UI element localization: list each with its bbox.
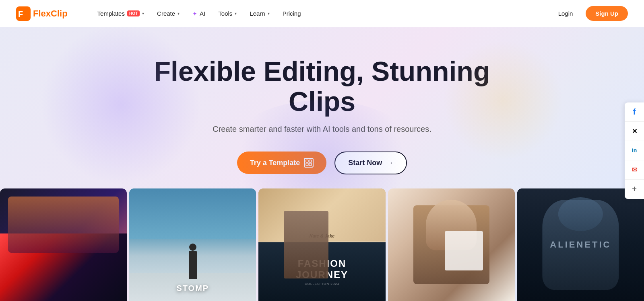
signup-button[interactable]: Sign Up [586,6,628,21]
start-now-button[interactable]: Start Now → [334,152,407,174]
logo-text: FlexClip [33,8,68,19]
learn-chevron-icon: ▾ [268,11,270,16]
svg-rect-4 [306,163,308,166]
templates-chevron-icon: ▾ [142,11,144,16]
logo-icon: F [16,6,31,21]
hot-badge: HOT [127,10,140,16]
hero-subtitle: Create smarter and faster with AI tools … [213,125,431,134]
hero-buttons: Try a Template Start Now → [237,152,407,174]
nav-item-templates[interactable]: Templates HOT ▾ [92,7,150,20]
hero-section: Flexible Editing, Stunning Clips Create … [0,0,644,301]
more-icon: + [632,184,637,194]
ai-star-icon: ✦ [192,10,197,17]
thumbnail-stomp[interactable]: STOMP [129,188,256,301]
email-icon: ✉ [632,166,637,174]
login-button[interactable]: Login [552,7,580,20]
nav-item-create[interactable]: Create ▾ [151,7,185,20]
nav-label-templates: Templates [97,10,125,17]
try-template-label: Try a Template [250,159,300,167]
nav-label-ai: AI [200,10,205,17]
linkedin-icon: in [632,147,637,154]
twitter-icon: ✕ [632,127,637,135]
template-grid-icon [304,158,314,168]
thumbnail-katejake[interactable]: Kate & Jake FASHION JOURNEY COLLECTION 2… [258,188,385,301]
svg-rect-5 [309,163,312,166]
nav-label-learn: Learn [250,10,265,17]
facebook-share-button[interactable]: f [625,102,644,122]
svg-text:F: F [18,10,23,18]
nav-item-ai[interactable]: ✦ AI [187,7,211,20]
thumbnails-strip: STOMP Kate & Jake FASHION JOURNEY COLLEC… [0,188,644,301]
nav-item-tools[interactable]: Tools ▾ [213,7,242,20]
facebook-icon: f [633,107,636,117]
nav-label-pricing: Pricing [283,10,301,17]
svg-rect-3 [309,160,312,162]
thumbnail-1[interactable] [0,188,127,301]
navbar: F FlexClip Templates HOT ▾ Create ▾ ✦ AI… [0,0,644,27]
thumbnail-alien[interactable]: ALIENETIC [517,188,644,301]
thumbnail-couple[interactable] [388,188,515,301]
linkedin-share-button[interactable]: in [625,141,644,160]
more-share-button[interactable]: + [625,180,644,199]
twitter-share-button[interactable]: ✕ [625,122,644,141]
alien-text: ALIENETIC [550,240,611,250]
start-now-arrow-icon: → [386,159,393,167]
nav-right: Login Sign Up [552,6,628,21]
svg-rect-2 [306,160,308,162]
nav-item-learn[interactable]: Learn ▾ [244,7,275,20]
logo[interactable]: F FlexClip [16,6,68,21]
nav-label-create: Create [157,10,175,17]
email-share-button[interactable]: ✉ [625,160,644,180]
nav-label-tools: Tools [218,10,232,17]
create-chevron-icon: ▾ [178,11,180,16]
start-now-label: Start Now [348,159,382,167]
stomp-text: STOMP [176,284,209,293]
social-sidebar: f ✕ in ✉ + [625,102,644,199]
try-template-button[interactable]: Try a Template [237,152,327,174]
nav-item-pricing[interactable]: Pricing [277,7,307,20]
nav-items: Templates HOT ▾ Create ▾ ✦ AI Tools ▾ Le… [92,7,552,20]
hero-title: Flexible Editing, Stunning Clips [141,56,503,117]
tools-chevron-icon: ▾ [235,11,237,16]
